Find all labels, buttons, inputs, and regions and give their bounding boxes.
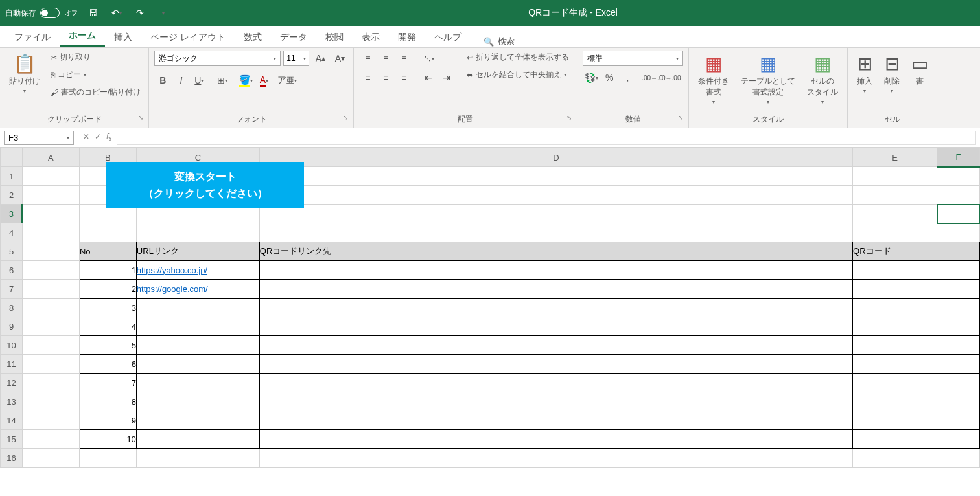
font-color-button[interactable]: A▾ [255, 73, 272, 88]
cell-D13[interactable] [259, 392, 852, 411]
cell-D11[interactable] [259, 355, 852, 374]
orientation-icon[interactable]: ⭦▾ [420, 51, 437, 66]
cell-A1[interactable] [22, 167, 79, 186]
cell-F6[interactable] [937, 261, 980, 280]
cell-A14[interactable] [22, 411, 79, 430]
formula-input[interactable] [117, 131, 976, 145]
font-launcher-icon[interactable]: ⤡ [343, 114, 348, 121]
row-header[interactable]: 15 [1, 430, 23, 449]
cell-D15[interactable] [259, 430, 852, 449]
name-box[interactable]: F3▾ [4, 131, 74, 145]
cell-C12[interactable] [136, 374, 259, 392]
cell-B15[interactable]: 10 [79, 430, 136, 449]
align-bottom-icon[interactable]: ≡ [395, 51, 412, 66]
cell-A2[interactable] [22, 186, 79, 205]
cell-A9[interactable] [22, 317, 79, 336]
paste-button[interactable]: 📋 貼り付け ▾ [5, 51, 44, 96]
number-format-combo[interactable]: 標準▾ [583, 51, 683, 66]
col-header-E[interactable]: E [853, 148, 937, 167]
alignment-launcher-icon[interactable]: ⤡ [566, 114, 572, 121]
cell-E14[interactable] [853, 411, 937, 430]
format-as-table-button[interactable]: ▦テーブルとして 書式設定▾ [737, 51, 799, 107]
col-header-A[interactable]: A [22, 148, 79, 167]
cell-E3[interactable] [853, 205, 937, 223]
cell-F2[interactable] [937, 186, 980, 205]
cell-styles-button[interactable]: ▦セルの スタイル▾ [803, 51, 842, 107]
cell-F10[interactable] [937, 336, 980, 355]
cell-A4[interactable] [22, 223, 79, 242]
tab-file[interactable]: ファイル [5, 28, 60, 47]
decrease-font-icon[interactable]: A▾ [331, 51, 348, 66]
cell-D6[interactable] [259, 261, 852, 280]
cell-F4[interactable] [937, 223, 980, 242]
tab-data[interactable]: データ [271, 28, 316, 47]
cell-F13[interactable] [937, 392, 980, 411]
cell-F11[interactable] [937, 355, 980, 374]
cell-E10[interactable] [853, 336, 937, 355]
row-header[interactable]: 13 [1, 392, 23, 411]
align-middle-icon[interactable]: ≡ [377, 51, 394, 66]
macro-start-button[interactable]: 変換スタート （クリックしてください） [106, 162, 304, 208]
cell-D2[interactable] [259, 186, 852, 205]
border-button[interactable]: ⊞▾ [214, 73, 231, 88]
redo-icon[interactable]: ↷ [132, 5, 148, 21]
format-painter-button[interactable]: 🖌書式のコピー/貼り付け [48, 85, 143, 99]
search-box[interactable]: 🔍 検索 [484, 36, 515, 47]
increase-font-icon[interactable]: A▴ [312, 51, 329, 66]
cell-C4[interactable] [136, 223, 259, 242]
cell-E5[interactable]: QRコード [853, 242, 937, 261]
cell-F3[interactable] [937, 205, 980, 223]
cell-B12[interactable]: 7 [79, 374, 136, 392]
cell-E16[interactable] [853, 449, 937, 468]
cell-E11[interactable] [853, 355, 937, 374]
cell-E2[interactable] [853, 186, 937, 205]
tab-review[interactable]: 校閲 [316, 28, 353, 47]
bold-button[interactable]: B [154, 73, 171, 88]
enter-formula-icon[interactable]: ✓ [95, 132, 101, 142]
cell-D8[interactable] [259, 299, 852, 317]
font-name-combo[interactable]: 游ゴシック▾ [154, 51, 281, 66]
cell-D16[interactable] [259, 449, 852, 468]
cell-E13[interactable] [853, 392, 937, 411]
cell-B10[interactable]: 5 [79, 336, 136, 355]
row-header[interactable]: 8 [1, 299, 23, 317]
cell-E6[interactable] [853, 261, 937, 280]
cell-F16[interactable] [937, 449, 980, 468]
cell-A11[interactable] [22, 355, 79, 374]
col-header-F[interactable]: F [937, 148, 980, 167]
cell-F5[interactable] [937, 242, 980, 261]
col-header-D[interactable]: D [259, 148, 852, 167]
save-icon[interactable]: 🖫 [86, 5, 101, 21]
cell-A7[interactable] [22, 280, 79, 299]
phonetic-button[interactable]: ア亜▾ [279, 73, 296, 88]
cell-A8[interactable] [22, 299, 79, 317]
cell-C9[interactable] [136, 317, 259, 336]
row-header[interactable]: 16 [1, 449, 23, 468]
tab-view[interactable]: 表示 [353, 28, 389, 47]
cell-E7[interactable] [853, 280, 937, 299]
increase-decimal-icon[interactable]: .00→.0 [644, 70, 660, 85]
cell-C15[interactable] [136, 430, 259, 449]
cell-B4[interactable] [79, 223, 136, 242]
clipboard-launcher-icon[interactable]: ⤡ [138, 114, 143, 121]
cell-D4[interactable] [259, 223, 852, 242]
row-header[interactable]: 5 [1, 242, 23, 261]
cell-E9[interactable] [853, 317, 937, 336]
percent-format-icon[interactable]: % [601, 70, 618, 85]
select-all-corner[interactable] [1, 148, 23, 167]
row-header[interactable]: 10 [1, 336, 23, 355]
cell-A13[interactable] [22, 392, 79, 411]
cell-B11[interactable]: 6 [79, 355, 136, 374]
cell-D14[interactable] [259, 411, 852, 430]
cell-C5[interactable]: URLリンク [136, 242, 259, 261]
cell-A16[interactable] [22, 449, 79, 468]
cell-C6[interactable]: https://yahoo.co.jp/ [136, 261, 259, 280]
fill-color-button[interactable]: 🪣▾ [237, 73, 254, 88]
italic-button[interactable]: I [172, 73, 189, 88]
tab-formulas[interactable]: 数式 [235, 28, 271, 47]
align-top-icon[interactable]: ≡ [359, 51, 376, 66]
align-right-icon[interactable]: ≡ [395, 70, 412, 85]
cell-D1[interactable] [259, 167, 852, 186]
tab-help[interactable]: ヘルプ [425, 28, 471, 47]
increase-indent-icon[interactable]: ⇥ [438, 70, 455, 85]
